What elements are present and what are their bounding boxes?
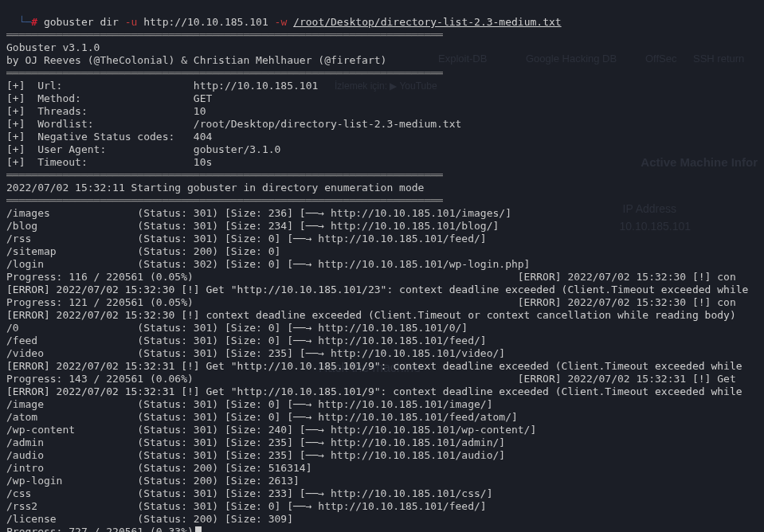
progress-116: Progress: 116 / 220561 (0.05%) [ERROR] 2… bbox=[6, 271, 758, 284]
banner-version: Gobuster v3.1.0 bbox=[6, 41, 758, 54]
result-video: /video (Status: 301) [Size: 235] [──→ ht… bbox=[6, 347, 758, 360]
result-0: /0 (Status: 301) [Size: 0] [──→ http://1… bbox=[6, 322, 758, 334]
prompt-line[interactable]: └─# gobuster dir -u http://10.10.185.101… bbox=[6, 3, 758, 29]
result-license: /license (Status: 200) [Size: 309] bbox=[6, 513, 758, 526]
separator-top: ════════════════════════════════════════… bbox=[6, 29, 758, 41]
error-9b: [ERROR] 2022/07/02 15:32:31 [!] Get "htt… bbox=[6, 385, 758, 398]
progress-143: Progress: 143 / 220561 (0.06%) [ERROR] 2… bbox=[6, 373, 758, 385]
result-images: /images (Status: 301) [Size: 236] [──→ h… bbox=[6, 207, 758, 220]
progress-727: Progress: 727 / 220561 (0.33%) bbox=[6, 526, 758, 532]
cmd-gobuster: gobuster bbox=[44, 16, 94, 28]
cmd-sub: dir bbox=[100, 16, 118, 28]
result-wpcontent: /wp-content (Status: 301) [Size: 240] [─… bbox=[6, 424, 758, 436]
result-audio: /audio (Status: 301) [Size: 235] [──→ ht… bbox=[6, 449, 758, 462]
result-css: /css (Status: 301) [Size: 233] [──→ http… bbox=[6, 487, 758, 500]
result-rss2: /rss2 (Status: 301) [Size: 0] [──→ http:… bbox=[6, 500, 758, 513]
info-threads: [+] Threads: 10 bbox=[6, 105, 758, 118]
error-9a: [ERROR] 2022/07/02 15:32:31 [!] Get "htt… bbox=[6, 360, 758, 373]
cursor bbox=[195, 526, 202, 532]
result-intro: /intro (Status: 200) [Size: 516314] bbox=[6, 462, 758, 475]
result-atom: /atom (Status: 301) [Size: 0] [──→ http:… bbox=[6, 411, 758, 424]
arg-url: http://10.10.185.101 bbox=[143, 16, 268, 28]
info-method: [+] Method: GET bbox=[6, 92, 758, 105]
result-admin: /admin (Status: 301) [Size: 235] [──→ ht… bbox=[6, 436, 758, 449]
prompt-elbow: └─ bbox=[19, 16, 32, 28]
flag-w: -w bbox=[275, 16, 288, 28]
error-ctx: [ERROR] 2022/07/02 15:32:30 [!] context … bbox=[6, 309, 758, 322]
prompt-hash: # bbox=[31, 16, 37, 28]
separator-2: ════════════════════════════════════════… bbox=[6, 67, 758, 80]
separator-3: ════════════════════════════════════════… bbox=[6, 169, 758, 182]
arg-wordlist: /root/Desktop/directory-list-2.3-medium.… bbox=[293, 16, 562, 28]
flag-u: -u bbox=[125, 16, 138, 28]
result-feed: /feed (Status: 301) [Size: 0] [──→ http:… bbox=[6, 334, 758, 347]
error-23: [ERROR] 2022/07/02 15:32:30 [!] Get "htt… bbox=[6, 284, 758, 296]
result-login: /login (Status: 302) [Size: 0] [──→ http… bbox=[6, 258, 758, 271]
info-timeout: [+] Timeout: 10s bbox=[6, 156, 758, 169]
separator-4: ════════════════════════════════════════… bbox=[6, 194, 758, 207]
result-rss: /rss (Status: 301) [Size: 0] [──→ http:/… bbox=[6, 233, 758, 245]
info-useragent: [+] User Agent: gobuster/3.1.0 bbox=[6, 143, 758, 156]
result-sitemap: /sitemap (Status: 200) [Size: 0] bbox=[6, 245, 758, 258]
result-blog: /blog (Status: 301) [Size: 234] [──→ htt… bbox=[6, 220, 758, 233]
banner-authors: by OJ Reeves (@TheColonial) & Christian … bbox=[6, 54, 758, 67]
result-wplogin: /wp-login (Status: 200) [Size: 2613] bbox=[6, 475, 758, 487]
info-negstatus: [+] Negative Status codes: 404 bbox=[6, 131, 758, 143]
result-image: /image (Status: 301) [Size: 0] [──→ http… bbox=[6, 398, 758, 411]
info-url: [+] Url: http://10.10.185.101 bbox=[6, 80, 758, 92]
info-wordlist: [+] Wordlist: /root/Desktop/directory-li… bbox=[6, 118, 758, 131]
progress-121: Progress: 121 / 220561 (0.05%) [ERROR] 2… bbox=[6, 296, 758, 309]
start-line: 2022/07/02 15:32:11 Starting gobuster in… bbox=[6, 182, 758, 194]
